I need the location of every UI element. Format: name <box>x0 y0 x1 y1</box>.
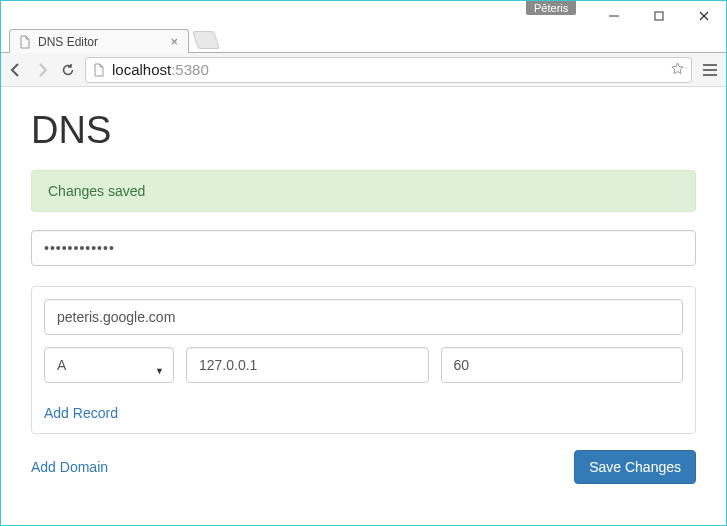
window-close-button[interactable] <box>681 2 726 30</box>
tab-close-icon[interactable]: × <box>170 34 178 49</box>
back-button[interactable] <box>7 61 25 79</box>
user-tag: Pēteris <box>526 1 576 15</box>
alert-success: Changes saved <box>31 170 696 212</box>
domain-name-input[interactable] <box>44 299 683 335</box>
reload-button[interactable] <box>59 61 77 79</box>
url-text: localhost:5380 <box>112 61 664 78</box>
window-minimize-button[interactable] <box>591 2 636 30</box>
address-bar[interactable]: localhost:5380 <box>85 57 692 83</box>
record-value-input[interactable] <box>186 347 429 383</box>
file-icon <box>18 35 32 49</box>
forward-button[interactable] <box>33 61 51 79</box>
bookmark-star-icon[interactable] <box>670 61 685 79</box>
browser-menu-button[interactable] <box>700 64 720 76</box>
password-input[interactable] <box>31 230 696 266</box>
svg-rect-1 <box>655 12 663 20</box>
page-icon <box>92 63 106 77</box>
add-record-link[interactable]: Add Record <box>44 405 118 421</box>
browser-tab[interactable]: DNS Editor × <box>9 29 189 53</box>
tab-title: DNS Editor <box>38 35 164 49</box>
browser-toolbar: localhost:5380 <box>1 53 726 87</box>
record-ttl-input[interactable] <box>441 347 684 383</box>
page-content: DNS Changes saved A Add Record Add Domai… <box>1 87 726 506</box>
add-domain-link[interactable]: Add Domain <box>31 459 108 475</box>
record-row: A <box>44 347 683 395</box>
bottom-actions: Add Domain Save Changes <box>31 450 696 484</box>
window-maximize-button[interactable] <box>636 2 681 30</box>
domain-panel: A Add Record <box>31 286 696 434</box>
page-heading: DNS <box>31 109 696 152</box>
save-changes-button[interactable]: Save Changes <box>574 450 696 484</box>
record-type-select[interactable]: A <box>44 347 174 383</box>
new-tab-button[interactable] <box>192 31 220 49</box>
